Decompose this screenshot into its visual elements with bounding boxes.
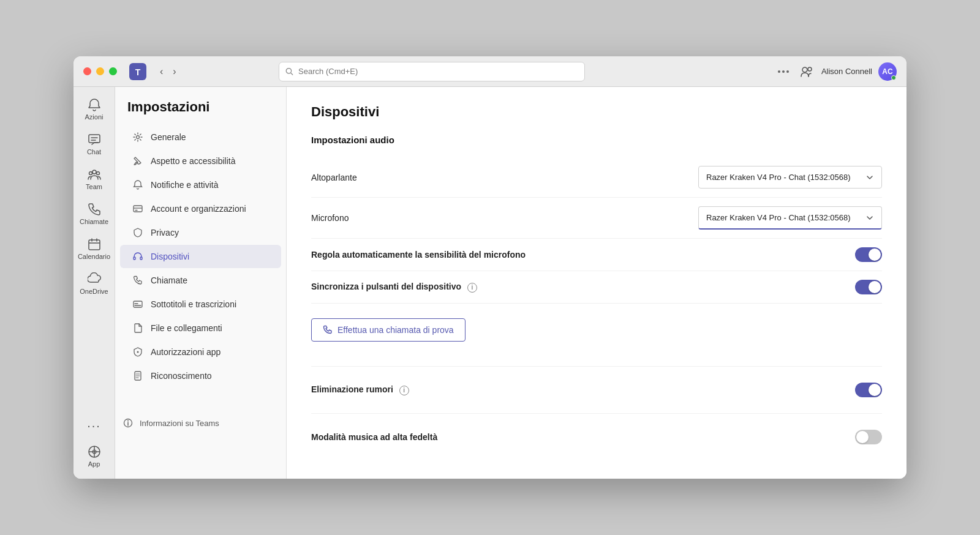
settings-menu-autorizzazioni[interactable]: Autorizzazioni app [120, 340, 281, 364]
sidebar-item-team[interactable]: Team [74, 163, 115, 195]
settings-menu-autorizzazioni-label: Autorizzazioni app [151, 347, 221, 357]
sidebar-item-team-label: Team [86, 183, 102, 190]
settings-menu-aspetto-label: Aspetto e accessibilità [151, 156, 236, 166]
brush-icon [132, 155, 143, 166]
more-options-icon[interactable] [775, 63, 792, 80]
bell-icon [88, 98, 101, 111]
sincronizza-info-icon[interactable]: i [467, 283, 477, 293]
info-icon [123, 417, 134, 428]
close-button[interactable] [83, 67, 91, 75]
app-window: T ‹ › Alison C [74, 56, 907, 479]
sensibilita-label: Regola automaticamente la sensibilità de… [311, 250, 855, 260]
calendar-icon [88, 238, 101, 251]
main-area: Azioni Chat [74, 87, 907, 479]
nav-arrows: ‹ › [156, 65, 180, 78]
svg-point-13 [89, 172, 92, 175]
sidebar-item-onedrive[interactable]: OneDrive [74, 268, 115, 300]
settings-sidebar: Impostazioni Generale Aspett [115, 87, 287, 479]
phone-nav-icon [88, 203, 101, 216]
svg-point-14 [96, 172, 99, 175]
altoparlante-dropdown[interactable]: Razer Kraken V4 Pro - Chat (1532:0568) [698, 166, 882, 189]
shield-icon [132, 227, 143, 238]
minimize-button[interactable] [96, 67, 104, 75]
svg-rect-29 [134, 301, 142, 307]
eliminazione-row: Eliminazione rumori i [311, 372, 882, 408]
sidebar-item-chat[interactable]: Chat [74, 128, 115, 160]
sidebar-item-calendario[interactable]: Calendario [74, 233, 115, 265]
search-bar[interactable] [279, 62, 585, 81]
shield2-icon [132, 346, 143, 357]
musica-section: Modalità musica ad alta fedeltà [311, 419, 882, 455]
sincronizza-toggle[interactable] [855, 280, 882, 294]
settings-menu-privacy-label: Privacy [151, 228, 179, 238]
settings-menu-notifiche[interactable]: Notifiche e attività [120, 173, 281, 196]
test-call-button[interactable]: Effettua una chiamata di prova [311, 318, 466, 342]
sidebar-item-azioni[interactable]: Azioni [74, 93, 115, 125]
eliminazione-toggle[interactable] [855, 383, 882, 397]
settings-footer-info[interactable]: Informazioni su Teams [115, 413, 286, 433]
svg-point-8 [808, 67, 812, 71]
altoparlante-label: Altoparlante [311, 173, 698, 182]
teams-logo-icon: T [129, 63, 146, 80]
microfono-value: Razer Kraken V4 Pro - Chat (1532:0568) [706, 213, 851, 222]
search-input[interactable] [298, 67, 578, 76]
audio-section: Impostazioni audio Altoparlante Razer Kr… [311, 135, 882, 361]
settings-menu-riconoscimento[interactable]: Riconoscimento [120, 364, 281, 387]
settings-menu-aspetto[interactable]: Aspetto e accessibilità [120, 149, 281, 173]
people-icon[interactable] [798, 63, 815, 80]
phone-test-icon [323, 325, 333, 335]
svg-rect-24 [134, 206, 142, 212]
settings-menu-chiamate-label: Chiamate [151, 275, 187, 285]
cloud-icon [88, 272, 101, 286]
microfono-dropdown[interactable]: Razer Kraken V4 Pro - Chat (1532:0568) [698, 206, 882, 230]
svg-point-4 [778, 70, 780, 73]
musica-toggle[interactable] [855, 430, 882, 444]
chevron-down-icon-2 [865, 214, 874, 222]
settings-menu-generale[interactable]: Generale [120, 125, 281, 149]
sidebar-item-app[interactable]: App [74, 440, 115, 473]
settings-menu-account-label: Account e organizzazioni [151, 204, 246, 214]
more-icon: ··· [87, 419, 101, 433]
phone-settings-icon [132, 275, 143, 286]
sincronizza-toggle-knob [869, 281, 881, 293]
caption-icon [132, 299, 143, 310]
divider-2 [311, 413, 882, 414]
doc-icon [132, 370, 143, 381]
titlebar-right: Alison Connell AC [775, 62, 897, 81]
app-icon [88, 445, 101, 458]
svg-line-3 [291, 73, 293, 75]
search-icon [285, 67, 293, 76]
settings-menu-file-label: File e collegamenti [151, 323, 222, 333]
settings-title: Impostazioni [115, 99, 286, 125]
eliminazione-info-icon[interactable]: i [399, 386, 409, 395]
sidebar-item-chiamate[interactable]: Chiamate [74, 198, 115, 230]
svg-point-6 [786, 70, 789, 73]
sensibilita-toggle[interactable] [855, 247, 882, 262]
nav-forward-button[interactable]: › [169, 65, 179, 78]
sensibilita-toggle-knob [869, 249, 881, 261]
divider-1 [311, 366, 882, 367]
settings-menu-account[interactable]: Account e organizzazioni [120, 197, 281, 220]
maximize-button[interactable] [109, 67, 117, 75]
content-title: Dispositivi [311, 104, 882, 120]
svg-rect-9 [89, 135, 100, 143]
chevron-down-icon [865, 173, 874, 182]
file-icon [132, 323, 143, 334]
settings-menu-privacy[interactable]: Privacy [120, 221, 281, 244]
settings-menu-dispositivi[interactable]: Dispositivi [120, 245, 281, 268]
bell-settings-icon [132, 179, 143, 190]
settings-menu-file[interactable]: File e collegamenti [120, 316, 281, 340]
settings-menu-sottotitoli[interactable]: Sottotitoli e trascrizioni [120, 293, 281, 316]
sidebar-more-button[interactable]: ··· [74, 414, 115, 438]
nav-back-button[interactable]: ‹ [156, 65, 167, 78]
card-icon [132, 203, 143, 214]
content-area: Dispositivi Impostazioni audio Altoparla… [287, 87, 907, 479]
gear-icon [132, 132, 143, 143]
online-status-dot [891, 75, 896, 80]
window-controls [83, 67, 117, 75]
microfono-label: Microfono [311, 213, 698, 223]
altoparlante-row: Altoparlante Razer Kraken V4 Pro - Chat … [311, 157, 882, 198]
avatar[interactable]: AC [878, 62, 897, 81]
svg-point-39 [127, 421, 129, 422]
settings-menu-chiamate[interactable]: Chiamate [120, 269, 281, 292]
